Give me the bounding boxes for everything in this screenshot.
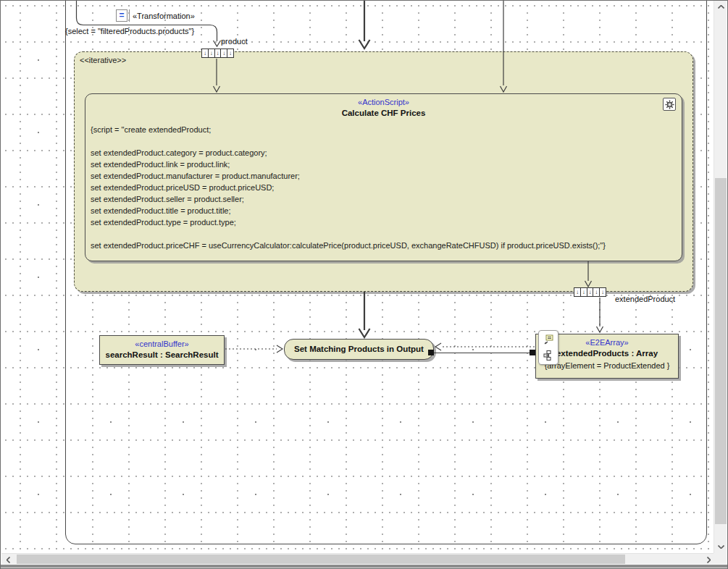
pin-down-arrow-icon: ↓ [202, 49, 209, 57]
chevron-up-icon [718, 5, 724, 9]
pin-down-arrow-icon: ↓ [209, 49, 215, 57]
chevron-right-icon [707, 557, 711, 563]
product-expansion-pin[interactable]: ↓ ↓ ↓ ↓ ↓ [201, 49, 234, 58]
pin-down-arrow-icon: ↓ [227, 49, 233, 57]
pin-down-arrow-icon: ↓ [587, 288, 594, 296]
set-matching-products-action[interactable]: Set Matching Products in Output [284, 339, 434, 360]
transformation-select-tag[interactable]: {select = "filteredProducts.products"} [65, 27, 194, 35]
actionscript-script-text: {script = "create extendedProduct;set ex… [85, 124, 682, 251]
transformation-equals-icon: = [116, 9, 127, 22]
centralbuffer-node[interactable]: «centralBuffer» searchResult : SearchRes… [99, 335, 225, 365]
open-specification-icon[interactable] [542, 333, 555, 346]
gear-icon[interactable] [663, 98, 676, 111]
centralbuffer-stereotype: «centralBuffer» [100, 339, 224, 350]
product-pin-label[interactable]: product [221, 37, 248, 46]
extendedproduct-pin-label[interactable]: extendedProduct [615, 295, 675, 303]
chevron-down-icon [718, 545, 724, 549]
actionscript-stereotype: «ActionScript» [85, 94, 682, 108]
scroll-up-button[interactable] [714, 1, 727, 13]
pin-down-arrow-icon: ↓ [600, 288, 606, 296]
diagram-editor-window: <<iterative>> «ActionScript» Calculate C… [0, 0, 728, 569]
pin-down-arrow-icon: ↓ [581, 288, 587, 296]
scrollbar-corner [714, 553, 727, 565]
extendedproduct-expansion-pin[interactable]: ↓ ↓ ↓ ↓ ↓ [574, 287, 606, 297]
pin-down-arrow-icon: ↓ [574, 288, 581, 296]
transformation-stereotype: «Transformation» [133, 12, 195, 20]
pin-down-arrow-icon: ↓ [215, 49, 222, 57]
transformation-edge-label[interactable]: = «Transformation» [116, 9, 195, 22]
chevron-left-icon [7, 557, 10, 563]
vertical-scrollbar-thumb[interactable] [715, 178, 727, 524]
horizontal-scrollbar[interactable] [1, 553, 715, 565]
action-name: Set Matching Products in Output [294, 344, 424, 355]
region-stereotype-label: <<iterative>> [80, 56, 126, 64]
smart-manipulator-toolbar [538, 330, 558, 365]
actionscript-name: Calculate CHF Prices [85, 108, 682, 119]
actionscript-node[interactable]: «ActionScript» Calculate CHF Prices {scr… [85, 93, 682, 261]
scroll-down-button[interactable] [714, 541, 727, 553]
window-bottom-edge [1, 564, 727, 568]
pin-down-arrow-icon: ↓ [221, 49, 227, 57]
vertical-scrollbar[interactable] [714, 1, 727, 553]
centralbuffer-name: searchResult : SearchResult [100, 350, 224, 361]
horizontal-scrollbar-thumb[interactable] [17, 555, 625, 565]
label-separator [129, 9, 130, 22]
diagram-canvas[interactable]: <<iterative>> «ActionScript» Calculate C… [1, 1, 715, 552]
pin-down-arrow-icon: ↓ [593, 288, 600, 296]
related-elements-icon[interactable] [542, 349, 555, 362]
